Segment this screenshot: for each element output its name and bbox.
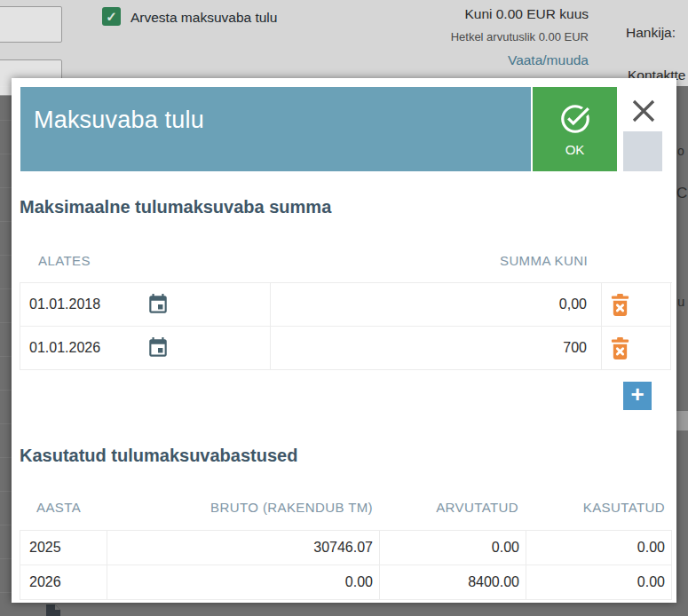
- table-cell-bruto: 30746.07: [107, 531, 380, 565]
- close-icon[interactable]: [630, 98, 657, 124]
- column-header-alates: ALATES: [38, 253, 91, 268]
- arvutatud-value: 8400.00: [468, 574, 519, 590]
- section-heading-kasutatud: Kasutatud tulumaksuvabastused: [20, 446, 297, 466]
- table-row-amount-cell[interactable]: 700: [271, 327, 602, 370]
- table-cell-year: 2025: [20, 531, 107, 565]
- year-value: 2025: [29, 540, 61, 556]
- table-row-action-cell: [602, 283, 671, 327]
- amount-value: 0,00: [559, 296, 587, 312]
- table-cell-kasutatud: 0.00: [526, 531, 672, 565]
- hetkel-amount-text: Hetkel arvutuslik 0.00 EUR: [451, 30, 589, 43]
- dimmed-page-top-band: ✓ Arvesta maksuvaba tulu Kuni 0.00 EUR k…: [0, 0, 688, 86]
- table-row-date-cell[interactable]: 01.01.2026: [20, 327, 271, 370]
- file-icon: [44, 604, 61, 616]
- header-gray-panel: [623, 131, 662, 171]
- add-row-button[interactable]: +: [623, 382, 652, 410]
- year-value: 2026: [29, 574, 61, 590]
- arvutatud-value: 0.00: [492, 540, 519, 556]
- dialog-header: Maksuvaba tulu OK: [20, 87, 669, 171]
- date-value: 01.01.2026: [29, 340, 100, 356]
- ok-button[interactable]: OK: [533, 87, 617, 171]
- dialog-title: Maksuvaba tulu: [34, 107, 204, 133]
- column-header-arvutatud: ARVUTATUD: [436, 500, 518, 515]
- dialog-close-area: [617, 87, 669, 171]
- column-header-aasta: AASTA: [36, 500, 81, 515]
- table-cell-kasutatud: 0.00: [526, 565, 672, 600]
- max-summa-table: 01.01.2018 0,00 01.01.2026 700: [20, 282, 672, 370]
- checkmark-icon: ✓: [106, 9, 117, 24]
- table-row-amount-cell[interactable]: 0,00: [271, 283, 602, 327]
- background-text-fragment: C: [676, 185, 687, 202]
- plus-icon: +: [630, 381, 644, 407]
- table-cell-bruto: 0.00: [107, 565, 380, 600]
- delete-row-icon[interactable]: [610, 294, 630, 316]
- maksuvaba-tulu-dialog: Maksuvaba tulu OK Maksimaalne tulumaksuv…: [12, 78, 676, 603]
- dialog-titlebar: Maksuvaba tulu: [20, 87, 531, 171]
- column-header-bruto: BRUTO (RAKENDUB TM): [210, 500, 373, 515]
- kasutatud-value: 0.00: [637, 574, 665, 590]
- table-cell-arvutatud: 8400.00: [380, 565, 526, 600]
- kasutatud-table: 2025 30746.07 0.00 0.00 2026 0.00 8400.0…: [20, 530, 672, 600]
- table-row-date-cell[interactable]: 01.01.2018: [20, 283, 271, 327]
- checkbox-label: Arvesta maksuvaba tulu: [130, 10, 277, 26]
- hankija-label: Hankija:: [626, 25, 676, 41]
- background-text-fragment: o: [677, 144, 684, 158]
- amount-value: 700: [563, 340, 587, 356]
- background-input-field: [0, 6, 62, 43]
- background-element-fragment: [676, 411, 688, 430]
- table-cell-arvutatud: 0.00: [380, 531, 526, 565]
- date-value: 01.01.2018: [29, 296, 100, 312]
- vaata-muuda-link: Vaata/muuda: [508, 52, 589, 68]
- table-row-action-cell: [602, 327, 671, 370]
- delete-row-icon[interactable]: [610, 337, 630, 359]
- calendar-icon[interactable]: [146, 293, 170, 316]
- ok-button-label: OK: [565, 142, 585, 157]
- calendar-icon[interactable]: [146, 336, 170, 359]
- column-header-kasutatud: KASUTATUD: [583, 500, 665, 515]
- bruto-value: 30746.07: [313, 540, 373, 556]
- kasutatud-value: 0.00: [637, 540, 665, 556]
- section-heading-max-summa: Maksimaalne tulumaksuvaba summa: [20, 197, 331, 217]
- column-header-summa-kuni: SUMMA KUNI: [500, 253, 588, 268]
- bruto-value: 0.00: [345, 574, 373, 590]
- kuni-amount-text: Kuni 0.00 EUR kuus: [464, 6, 589, 22]
- checkbox-arvesta-maksuvaba-tulu: ✓: [102, 7, 121, 26]
- table-cell-year: 2026: [20, 565, 107, 600]
- dimmed-page-left-strip: [0, 86, 12, 616]
- background-text-fragment: u: [677, 294, 684, 309]
- check-circle-icon: [558, 102, 592, 136]
